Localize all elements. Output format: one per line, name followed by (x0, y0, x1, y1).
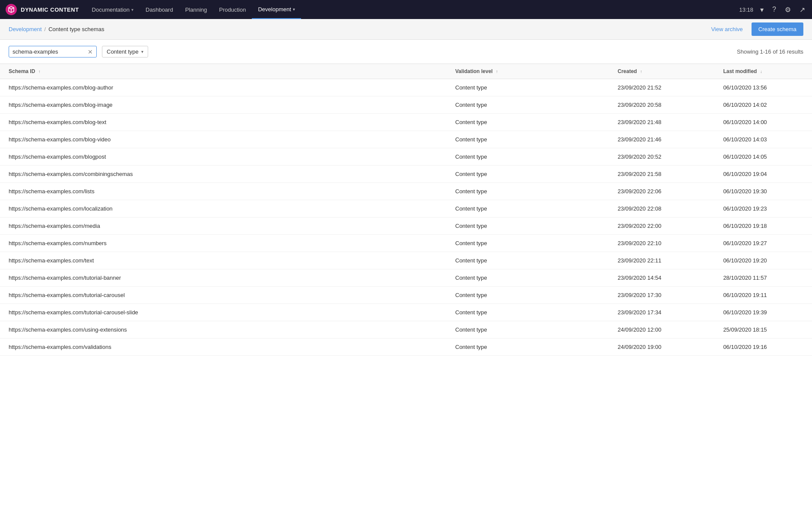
filter-bar: ✕ Content type ▾ Showing 1-16 of 16 resu… (0, 40, 812, 64)
logo-icon (5, 3, 17, 16)
table-row[interactable]: https://schema-examples.com/blog-image C… (0, 96, 812, 114)
cell-modified: 06/10/2020 19:11 (714, 287, 812, 304)
breadcrumb-bar: Development / Content type schemas View … (0, 19, 812, 40)
col-header-schema-id[interactable]: Schema ID ↑ (0, 64, 447, 79)
cell-validation: Content type (447, 217, 609, 235)
top-navigation: DYNAMIC CONTENT Documentation ▾ Dashboar… (0, 0, 812, 19)
cell-modified: 06/10/2020 14:02 (714, 96, 812, 114)
cell-schema-id: https://schema-examples.com/blog-text (0, 114, 447, 131)
cell-schema-id: https://schema-examples.com/blog-author (0, 79, 447, 96)
nav-dashboard[interactable]: Dashboard (140, 0, 179, 19)
cell-modified: 06/10/2020 19:04 (714, 166, 812, 183)
content-type-filter-label: Content type (107, 48, 139, 55)
cell-validation: Content type (447, 287, 609, 304)
cell-modified: 06/10/2020 14:05 (714, 148, 812, 166)
table-row[interactable]: https://schema-examples.com/tutorial-ban… (0, 269, 812, 287)
cell-validation: Content type (447, 79, 609, 96)
col-header-modified-label: Last modified (723, 68, 757, 74)
table-row[interactable]: https://schema-examples.com/localization… (0, 200, 812, 217)
cell-validation: Content type (447, 321, 609, 339)
nav-documentation[interactable]: Documentation ▾ (86, 0, 140, 19)
cell-created: 23/09/2020 21:46 (609, 131, 714, 148)
nav-items: Documentation ▾ Dashboard Planning Produ… (86, 0, 739, 19)
breadcrumb-actions: View archive Create schema (707, 22, 803, 36)
view-archive-button[interactable]: View archive (707, 23, 747, 35)
nav-development[interactable]: Development ▾ (252, 0, 301, 19)
cell-created: 23/09/2020 22:06 (609, 183, 714, 200)
cell-validation: Content type (447, 269, 609, 287)
cell-validation: Content type (447, 339, 609, 356)
cell-modified: 28/10/2020 11:57 (714, 269, 812, 287)
table-row[interactable]: https://schema-examples.com/validations … (0, 339, 812, 356)
content-type-filter[interactable]: Content type ▾ (102, 46, 148, 58)
chevron-down-icon: ▾ (131, 7, 133, 12)
search-input[interactable] (13, 48, 85, 55)
clock-dropdown-icon[interactable]: ▾ (758, 4, 765, 16)
cell-validation: Content type (447, 131, 609, 148)
cell-modified: 06/10/2020 19:27 (714, 235, 812, 252)
help-icon[interactable]: ? (771, 4, 778, 15)
cell-schema-id: https://schema-examples.com/media (0, 217, 447, 235)
table-row[interactable]: https://schema-examples.com/numbers Cont… (0, 235, 812, 252)
logout-icon[interactable]: ↗ (798, 4, 807, 16)
cell-schema-id: https://schema-examples.com/lists (0, 183, 447, 200)
cell-modified: 06/10/2020 14:03 (714, 131, 812, 148)
sort-asc-icon: ↑ (38, 69, 41, 74)
cell-modified: 06/10/2020 19:23 (714, 200, 812, 217)
cell-created: 23/09/2020 21:58 (609, 166, 714, 183)
results-count: Showing 1-16 of 16 results (737, 48, 803, 55)
table-row[interactable]: https://schema-examples.com/lists Conten… (0, 183, 812, 200)
table-row[interactable]: https://schema-examples.com/text Content… (0, 252, 812, 269)
table-row[interactable]: https://schema-examples.com/tutorial-car… (0, 287, 812, 304)
nav-production[interactable]: Production (213, 0, 252, 19)
cell-created: 24/09/2020 19:00 (609, 339, 714, 356)
table-row[interactable]: https://schema-examples.com/tutorial-car… (0, 304, 812, 321)
breadcrumb-separator: / (44, 26, 46, 32)
col-header-created[interactable]: Created ↑ (609, 64, 714, 79)
col-header-modified[interactable]: Last modified ↓ (714, 64, 812, 79)
cell-created: 24/09/2020 12:00 (609, 321, 714, 339)
cell-validation: Content type (447, 148, 609, 166)
cell-schema-id: https://schema-examples.com/blog-video (0, 131, 447, 148)
col-header-validation[interactable]: Validation level ↑ (447, 64, 609, 79)
table-row[interactable]: https://schema-examples.com/blog-video C… (0, 131, 812, 148)
cell-modified: 25/09/2020 18:15 (714, 321, 812, 339)
cell-created: 23/09/2020 22:00 (609, 217, 714, 235)
cell-validation: Content type (447, 235, 609, 252)
cell-created: 23/09/2020 21:48 (609, 114, 714, 131)
cell-modified: 06/10/2020 19:20 (714, 252, 812, 269)
logo[interactable]: DYNAMIC CONTENT (5, 3, 79, 16)
cell-modified: 06/10/2020 19:16 (714, 339, 812, 356)
cell-modified: 06/10/2020 13:56 (714, 79, 812, 96)
cell-created: 23/09/2020 22:11 (609, 252, 714, 269)
col-header-validation-label: Validation level (455, 68, 493, 74)
table-row[interactable]: https://schema-examples.com/using-extens… (0, 321, 812, 339)
sort-asc-icon: ↑ (640, 69, 642, 74)
cell-modified: 06/10/2020 14:00 (714, 114, 812, 131)
table-row[interactable]: https://schema-examples.com/blog-text Co… (0, 114, 812, 131)
cell-schema-id: https://schema-examples.com/text (0, 252, 447, 269)
cell-validation: Content type (447, 200, 609, 217)
table-body: https://schema-examples.com/blog-author … (0, 79, 812, 356)
table-row[interactable]: https://schema-examples.com/blog-author … (0, 79, 812, 96)
search-box[interactable]: ✕ (9, 46, 97, 58)
cell-schema-id: https://schema-examples.com/tutorial-car… (0, 287, 447, 304)
sort-desc-icon: ↓ (760, 69, 762, 74)
nav-right-actions: 13:18 ▾ ? ⚙ ↗ (739, 4, 807, 16)
clear-search-icon[interactable]: ✕ (88, 49, 93, 55)
cell-schema-id: https://schema-examples.com/tutorial-car… (0, 304, 447, 321)
breadcrumb-current: Content type schemas (48, 26, 104, 32)
content-area: Schema ID ↑ Validation level ↑ Created ↑… (0, 64, 812, 356)
table-row[interactable]: https://schema-examples.com/media Conten… (0, 217, 812, 235)
cell-created: 23/09/2020 20:52 (609, 148, 714, 166)
nav-planning[interactable]: Planning (179, 0, 213, 19)
table-row[interactable]: https://schema-examples.com/blogpost Con… (0, 148, 812, 166)
cell-validation: Content type (447, 252, 609, 269)
breadcrumb-parent[interactable]: Development (9, 26, 42, 32)
cell-modified: 06/10/2020 19:18 (714, 217, 812, 235)
create-schema-button[interactable]: Create schema (752, 22, 803, 36)
cell-schema-id: https://schema-examples.com/validations (0, 339, 447, 356)
table-row[interactable]: https://schema-examples.com/combiningsch… (0, 166, 812, 183)
cell-created: 23/09/2020 14:54 (609, 269, 714, 287)
settings-icon[interactable]: ⚙ (783, 4, 793, 16)
